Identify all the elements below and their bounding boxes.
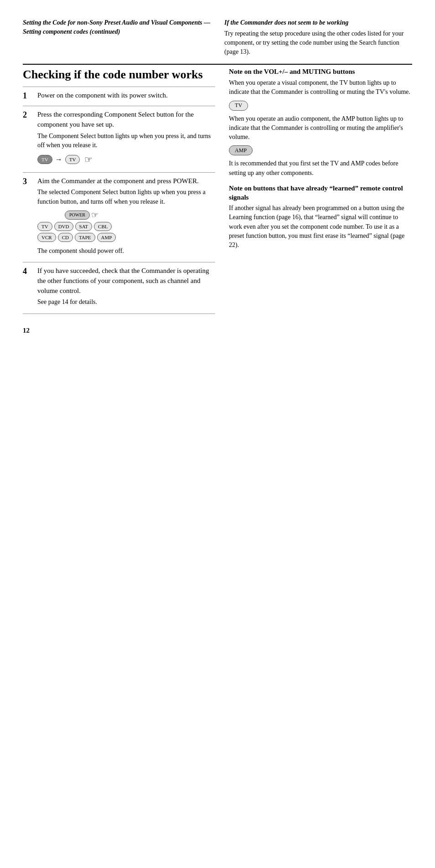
tape-btn-small: TAPE: [75, 233, 95, 242]
component-buttons-row2: VCR CD TAPE AMP: [37, 233, 116, 242]
cbl-btn-small: CBL: [94, 222, 112, 231]
amp-display-button: AMP: [229, 145, 253, 155]
page-number: 12: [23, 318, 215, 334]
header-left: Setting the Code for non-Sony Preset Aud…: [23, 18, 211, 56]
header-right-title: If the Commander does not seem to be wor…: [224, 18, 412, 27]
step-2-main-text: Press the corresponding Component Select…: [37, 110, 215, 130]
vol-body-2: When you operate an audio component, the…: [229, 114, 412, 142]
tv-button-dark: TV: [37, 155, 52, 164]
arrow-icon: →: [55, 155, 62, 164]
power-button-row: POWER ☞: [37, 210, 98, 220]
hand-pointer-icon: ☞: [84, 154, 93, 165]
vol-body-1: When you operate a visual component, the…: [229, 78, 412, 97]
page-layout: Setting the Code for non-Sony Preset Aud…: [23, 18, 412, 334]
step-3-block: 3 Aim the Commander at the component and…: [23, 176, 215, 259]
cd-btn-small: CD: [58, 233, 73, 242]
top-header: Setting the Code for non-Sony Preset Aud…: [23, 18, 412, 56]
step-4-main-text: If you have succeeded, check that the Co…: [37, 266, 215, 296]
step-3-sub-text: The selected Component Select button lig…: [37, 188, 215, 206]
left-column: Checking if the code number works 1 Powe…: [23, 67, 215, 334]
divider-end: [23, 313, 215, 314]
power-illustration: POWER ☞ TV DVD SAT CBL VCR CD: [37, 210, 215, 243]
step-4-content: If you have succeeded, check that the Co…: [37, 266, 215, 310]
tv-btn-small: TV: [37, 222, 52, 231]
step-1-content: Power on the component with its power sw…: [37, 91, 215, 103]
power-button: POWER: [65, 211, 90, 220]
button-illustration-step2: TV → TV ☞: [37, 154, 215, 165]
step-4-block: 4 If you have succeeded, check that the …: [23, 266, 215, 310]
divider-step4: [23, 262, 215, 262]
amp-btn-small: AMP: [97, 233, 116, 242]
tv-button-display: TV: [229, 101, 412, 111]
step-3-content: Aim the Commander at the component and p…: [37, 176, 215, 259]
vol-body-3: It is recommended that you first set the…: [229, 159, 412, 178]
step-4-number: 4: [23, 266, 33, 310]
step-3-main-text: Aim the Commander at the component and p…: [37, 176, 215, 186]
vol-section: Note on the VOL+/– and MUTING buttons Wh…: [229, 67, 412, 178]
step-1-block: 1 Power on the component with its power …: [23, 91, 215, 103]
learned-body: If another signal has already been progr…: [229, 204, 412, 250]
step-1-number: 1: [23, 91, 33, 103]
main-content: Checking if the code number works 1 Powe…: [23, 67, 412, 334]
step-2-block: 2 Press the corresponding Component Sele…: [23, 110, 215, 168]
step-1-main-text: Power on the component with its power sw…: [37, 91, 215, 101]
divider-step3: [23, 172, 215, 173]
step-2-sub-text: The Component Select button lights up wh…: [37, 132, 215, 150]
sat-btn-small: SAT: [75, 222, 93, 231]
tv-display-button: TV: [229, 101, 248, 111]
hand-power-icon: ☞: [91, 210, 98, 220]
step-4-sub-text: See page 14 for details.: [37, 298, 215, 307]
main-heading: Checking if the code number works: [23, 67, 215, 82]
header-right-body: Try repeating the setup procedure using …: [224, 29, 412, 57]
learned-section: Note on buttons that have already “learn…: [229, 184, 412, 250]
amp-button-display: AMP: [229, 145, 412, 155]
divider-thick: [23, 64, 412, 65]
vcr-btn-small: VCR: [37, 233, 56, 242]
header-right: If the Commander does not seem to be wor…: [224, 18, 412, 56]
divider-step2: [23, 106, 215, 106]
right-column: Note on the VOL+/– and MUTING buttons Wh…: [229, 67, 412, 334]
learned-heading: Note on buttons that have already “learn…: [229, 184, 412, 202]
step-3-number: 3: [23, 176, 33, 259]
step-2-content: Press the corresponding Component Select…: [37, 110, 215, 168]
vol-heading: Note on the VOL+/– and MUTING buttons: [229, 67, 412, 77]
component-buttons-row1: TV DVD SAT CBL: [37, 222, 112, 231]
divider-step1: [23, 87, 215, 87]
header-left-text: Setting the Code for non-Sony Preset Aud…: [23, 19, 210, 35]
dvd-btn-small: DVD: [54, 222, 73, 231]
step-2-number: 2: [23, 110, 33, 168]
tv-button-light: TV: [65, 155, 80, 164]
step-3-extra-text: The component should power off.: [37, 247, 215, 256]
